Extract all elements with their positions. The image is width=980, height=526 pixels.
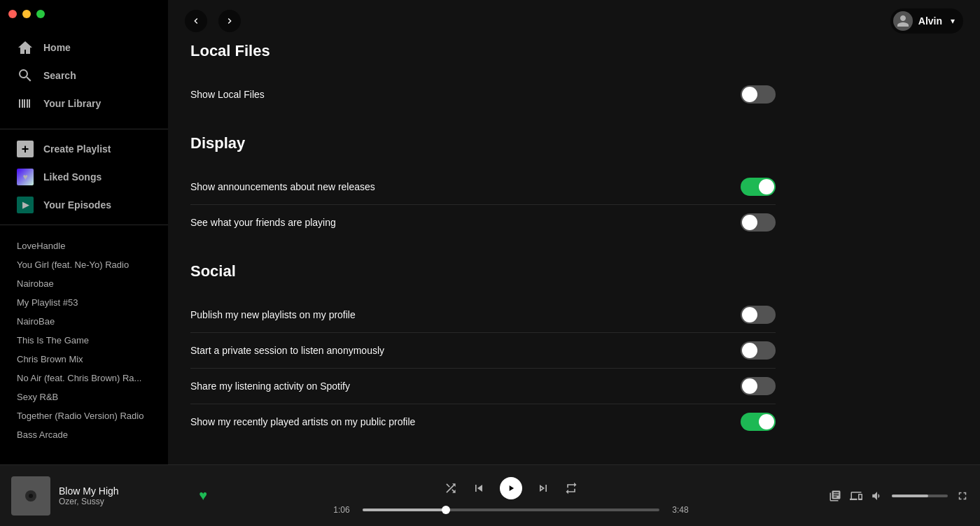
- your-episodes-label: Your Episodes: [43, 199, 111, 211]
- player-left: Blow My High Ozer, Sussy ♥: [11, 476, 207, 516]
- settings-row-publish-playlists: Publish my new playlists on my profile: [190, 297, 776, 333]
- toggle-track[interactable]: [741, 306, 776, 324]
- total-time: 3:48: [668, 505, 693, 515]
- list-item[interactable]: Sexy R&B: [17, 388, 151, 406]
- volume-bar[interactable]: [892, 495, 948, 497]
- sidebar-item-create-playlist[interactable]: + Create Playlist: [0, 135, 168, 163]
- settings-row-private-session: Start a private session to listen anonym…: [190, 333, 776, 369]
- repeat-button[interactable]: [564, 481, 578, 495]
- sidebar-divider-1: [0, 129, 168, 129]
- nav-arrows: [185, 10, 241, 32]
- settings-row-show-recently-played: Show my recently played artists on my pu…: [190, 404, 776, 439]
- sidebar-label-home: Home: [43, 42, 71, 53]
- volume-button[interactable]: [871, 490, 883, 502]
- user-name: Alvin: [918, 15, 942, 27]
- title-bar: [0, 0, 168, 28]
- toggle-thumb: [759, 179, 774, 194]
- toggle-thumb: [742, 378, 757, 394]
- section-display: Display Show announcements about new rel…: [190, 134, 776, 240]
- sidebar-label-search: Search: [43, 70, 76, 81]
- settings-row-share-activity: Share my listening activity on Spotify: [190, 369, 776, 404]
- label-show-local-files: Show Local Files: [190, 89, 741, 100]
- sidebar-item-search[interactable]: Search: [0, 62, 168, 90]
- toggle-track[interactable]: [741, 377, 776, 395]
- back-button[interactable]: [185, 10, 207, 32]
- list-item[interactable]: My Playlist #53: [17, 293, 151, 312]
- player-right: [815, 490, 969, 502]
- queue-button[interactable]: [829, 490, 841, 502]
- toggle-show-announcements[interactable]: [741, 178, 776, 196]
- label-publish-playlists: Publish my new playlists on my profile: [190, 309, 741, 320]
- list-item[interactable]: Chris Brown Mix: [17, 350, 151, 369]
- toggle-private-session[interactable]: [741, 341, 776, 360]
- list-item[interactable]: Bass Arcade: [17, 425, 151, 444]
- previous-button[interactable]: [472, 481, 486, 495]
- sidebar-item-library[interactable]: Your Library: [0, 90, 168, 118]
- current-time: 1:06: [329, 505, 354, 515]
- svg-point-2: [29, 494, 33, 498]
- toggle-show-friends[interactable]: [741, 213, 776, 232]
- list-item[interactable]: You Girl (feat. Ne-Yo) Radio: [17, 255, 151, 274]
- list-item[interactable]: Together (Radio Version) Radio: [17, 406, 151, 425]
- top-nav: Alvin ▾: [168, 0, 980, 42]
- play-pause-button[interactable]: [500, 477, 522, 499]
- avatar: [893, 11, 913, 31]
- settings-row-show-announcements: Show announcements about new releases: [190, 169, 776, 205]
- settings-row-show-local-files: Show Local Files: [190, 77, 776, 112]
- liked-songs-label: Liked Songs: [43, 171, 102, 183]
- sidebar-item-home[interactable]: Home: [0, 34, 168, 62]
- library-icon: [17, 95, 34, 112]
- section-title-local-files: Local Files: [190, 42, 776, 66]
- sidebar-nav: Home Search Your Library: [0, 28, 168, 123]
- settings-row-show-friends: See what your friends are playing: [190, 205, 776, 240]
- sidebar: Home Search Your Library + Create Playli…: [0, 0, 168, 464]
- toggle-track[interactable]: [741, 341, 776, 360]
- toggle-thumb: [742, 307, 757, 322]
- list-item[interactable]: NairoBae: [17, 312, 151, 331]
- toggle-thumb: [742, 343, 757, 358]
- fullscreen-button[interactable]: [956, 490, 969, 502]
- label-show-recently-played: Show my recently played artists on my pu…: [190, 416, 741, 427]
- main-content: Alvin ▾ Local Files Show Local Files: [168, 0, 980, 526]
- list-item[interactable]: Nairobae: [17, 274, 151, 293]
- shuffle-button[interactable]: [444, 481, 458, 495]
- progress-fill: [363, 509, 446, 511]
- progress-bar[interactable]: [363, 509, 659, 511]
- toggle-track[interactable]: [741, 85, 776, 104]
- toggle-show-local-files[interactable]: [741, 85, 776, 104]
- toggle-track[interactable]: [741, 213, 776, 232]
- toggle-publish-playlists[interactable]: [741, 306, 776, 324]
- toggle-share-activity[interactable]: [741, 377, 776, 395]
- player-bar: Blow My High Ozer, Sussy ♥ 1:06: [0, 464, 980, 526]
- sidebar-item-your-episodes[interactable]: ▶ Your Episodes: [0, 191, 168, 219]
- toggle-track[interactable]: [741, 413, 776, 431]
- close-button[interactable]: [8, 10, 17, 18]
- minimize-button[interactable]: [22, 10, 31, 18]
- list-item[interactable]: LoveHandle: [17, 236, 151, 255]
- like-button[interactable]: ♥: [199, 488, 207, 504]
- list-item[interactable]: No Air (feat. Chris Brown) Ra...: [17, 369, 151, 388]
- toggle-thumb: [759, 414, 774, 429]
- list-item[interactable]: This Is The Game: [17, 331, 151, 350]
- toggle-show-recently-played[interactable]: [741, 413, 776, 431]
- section-title-social: Social: [190, 262, 776, 286]
- devices-button[interactable]: [850, 490, 862, 502]
- player-controls: [444, 477, 578, 499]
- volume-fill: [892, 495, 928, 497]
- user-profile[interactable]: Alvin ▾: [890, 8, 963, 34]
- next-button[interactable]: [536, 481, 550, 495]
- chevron-down-icon: ▾: [951, 16, 955, 26]
- sidebar-item-liked-songs[interactable]: ♥ Liked Songs: [0, 163, 168, 191]
- maximize-button[interactable]: [36, 10, 45, 18]
- section-social: Social Publish my new playlists on my pr…: [190, 262, 776, 439]
- toggle-thumb: [742, 215, 757, 230]
- episodes-icon: ▶: [17, 197, 34, 213]
- label-show-friends: See what your friends are playing: [190, 217, 741, 228]
- progress-dot: [442, 506, 450, 514]
- toggle-track[interactable]: [741, 178, 776, 196]
- forward-button[interactable]: [218, 10, 241, 32]
- label-private-session: Start a private session to listen anonym…: [190, 345, 741, 356]
- sidebar-divider-2: [0, 225, 168, 225]
- track-artist: Ozer, Sussy: [59, 497, 185, 506]
- home-icon: [17, 39, 34, 56]
